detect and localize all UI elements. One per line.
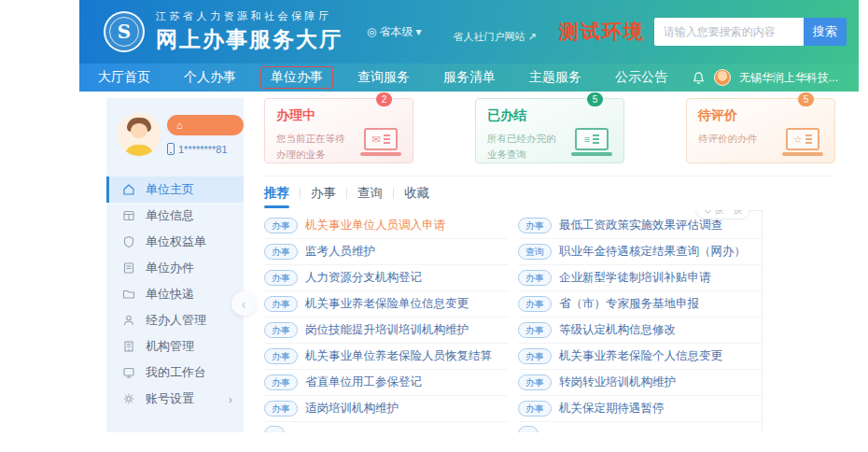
- service-item[interactable]: 办事机关事业养老保险单位信息变更: [264, 291, 509, 318]
- sidebar-item-org-management[interactable]: 机构管理: [106, 333, 244, 360]
- org-name: 江苏省人力资源和社会保障厅: [156, 9, 343, 23]
- notification-bell-icon[interactable]: [692, 71, 706, 85]
- service-list: 办事机关事业单位人员调入申请 办事监考人员维护 办事人力资源分支机构登记 办事机…: [264, 210, 762, 432]
- service-item-clipped: [264, 422, 509, 432]
- sidebar-item-unit-rights[interactable]: 单位权益单: [106, 229, 244, 255]
- card-completed[interactable]: 5 已办结 所有已经办完的业务查询 ≡: [475, 98, 624, 163]
- service-tag: 办事: [264, 322, 298, 338]
- sidebar-item-account-settings[interactable]: 账号设置 ›: [106, 386, 244, 412]
- list-laptop-icon: ≡: [571, 128, 612, 156]
- card-to-review[interactable]: 5 待评价 待评价的办件 ☆: [686, 98, 835, 163]
- home-icon: [122, 183, 135, 196]
- count-badge: 5: [587, 92, 603, 106]
- sidebar: ⌂ 1********81 单位主页 单位信息: [106, 98, 244, 432]
- service-tag: 办事: [518, 348, 552, 364]
- service-item[interactable]: 查询职业年金待遇核定结果查询（网办）: [518, 239, 763, 265]
- mail-laptop-icon: ✉: [360, 128, 401, 156]
- service-item[interactable]: 办事转岗转业培训机构维护: [518, 370, 763, 396]
- service-item[interactable]: 办事监考人员维护: [264, 239, 509, 265]
- search-input[interactable]: [654, 18, 804, 46]
- nav-item-service-list[interactable]: 服务清单: [434, 67, 505, 88]
- service-tag: 办事: [518, 401, 552, 417]
- service-item[interactable]: 办事省直单位用工参保登记: [264, 370, 509, 396]
- service-item[interactable]: 办事机关保定期待遇暂停: [518, 396, 763, 422]
- sidebar-item-unit-home[interactable]: 单位主页: [106, 177, 244, 203]
- status-cards: 2 办理中 您当前正在等待办理的业务 ✉ 5 已办结 所有已经办完的业务查询 ≡: [264, 98, 835, 163]
- folder-icon: [122, 288, 135, 301]
- tab-recommended[interactable]: 推荐: [264, 185, 289, 202]
- region-selector[interactable]: ◎ 省本级 ▾: [367, 24, 422, 40]
- count-badge: 2: [376, 92, 392, 106]
- nav-item-personal[interactable]: 个人办事: [175, 67, 245, 88]
- service-tag: 办事: [518, 270, 552, 286]
- service-item[interactable]: 办事省（市）专家服务基地申报: [518, 291, 763, 318]
- sidebar-collapse-button[interactable]: ‹: [231, 291, 256, 316]
- sidebar-item-unit-cases[interactable]: 单位办件: [106, 255, 244, 281]
- nav-item-home[interactable]: 大厅首页: [89, 67, 160, 88]
- service-item[interactable]: 办事人力资源分支机构登记: [264, 265, 509, 291]
- service-tag: 办事: [264, 374, 298, 390]
- sidebar-menu: 单位主页 单位信息 单位权益单 单位办件 单位快递: [106, 177, 244, 412]
- service-tag: 办事: [264, 218, 298, 233]
- tab-transact[interactable]: 办事: [311, 185, 336, 202]
- content: 2 办理中 您当前正在等待办理的业务 ✉ 5 已办结 所有已经办完的业务查询 ≡: [264, 98, 835, 432]
- shield-icon: [122, 235, 135, 248]
- person-icon: [122, 314, 135, 327]
- user-name[interactable]: 无锡华润上华科技...: [739, 70, 838, 86]
- org-badge-icon: ⌂: [176, 120, 183, 131]
- main-nav: 大厅首页 个人办事 单位办事 查询服务 服务清单 主题服务 公示公告 无锡华润上…: [79, 64, 859, 92]
- org-badge: ⌂: [167, 115, 244, 135]
- service-item-clipped: [518, 422, 763, 432]
- grid-icon: [122, 209, 135, 222]
- profile-avatar: [118, 113, 161, 156]
- portal-site-link[interactable]: 省人社门户网站 ↗: [454, 30, 537, 44]
- site-logo-icon: S: [104, 11, 145, 52]
- service-tag: 查询: [518, 244, 552, 260]
- nav-item-query[interactable]: 查询服务: [348, 67, 419, 88]
- nav-item-announcements[interactable]: 公示公告: [606, 67, 677, 88]
- star-laptop-icon: ☆: [782, 128, 823, 156]
- service-tag: 办事: [518, 296, 552, 312]
- service-item[interactable]: 办事机关事业养老保险个人信息变更: [518, 344, 763, 370]
- card-in-progress[interactable]: 2 办理中 您当前正在等待办理的业务 ✉: [264, 98, 413, 163]
- tab-query[interactable]: 查询: [357, 185, 383, 202]
- phone-icon: [167, 143, 175, 155]
- refresh-icon: ↻: [704, 210, 711, 216]
- service-item[interactable]: 办事等级认定机构信息修改: [518, 318, 763, 344]
- service-panel: ↻ 换一换 办事机关事业单位人员调入申请 办事监考人员维护 办事人力资源分支机构…: [264, 210, 763, 432]
- service-item[interactable]: 办事岗位技能提升培训培训机构维护: [264, 318, 509, 344]
- service-item[interactable]: 办事企业新型学徒制培训补贴申请: [518, 265, 763, 291]
- location-icon: ◎: [367, 25, 376, 38]
- count-badge: 5: [798, 92, 814, 106]
- building-icon: [122, 340, 135, 353]
- sidebar-item-agent-management[interactable]: 经办人管理: [106, 307, 244, 333]
- service-item[interactable]: 办事机关事业单位养老保险人员恢复结算: [264, 344, 509, 370]
- service-tag: 办事: [264, 270, 298, 286]
- user-avatar[interactable]: [714, 69, 731, 86]
- service-tag: 办事: [264, 348, 298, 364]
- service-item[interactable]: 办事机关事业单位人员调入申请: [264, 213, 509, 239]
- nav-item-theme[interactable]: 主题服务: [520, 67, 591, 88]
- search-button[interactable]: 搜索: [804, 18, 847, 46]
- sidebar-item-unit-info[interactable]: 单位信息: [106, 203, 244, 229]
- nav-item-unit[interactable]: 单位办事: [260, 66, 333, 89]
- tab-favorites[interactable]: 收藏: [404, 185, 429, 202]
- service-item[interactable]: 办事适岗培训机构维护: [264, 396, 509, 422]
- shuffle-button[interactable]: ↻ 换一换: [695, 210, 750, 219]
- page: S 江苏省人力资源和社会保障厅 网上办事服务大厅 ◎ 省本级 ▾ 省人社门户网站…: [79, 0, 859, 432]
- gear-icon: [122, 392, 135, 405]
- sidebar-item-my-workbench[interactable]: 我的工作台: [106, 360, 244, 386]
- search-bar: 搜索: [654, 18, 847, 46]
- chevron-down-icon: ▾: [415, 25, 421, 38]
- document-icon: [122, 261, 135, 275]
- external-link-icon: ↗: [528, 31, 537, 43]
- service-tabs: 推荐 办事 查询 收藏: [264, 183, 835, 204]
- region-label: 省本级: [379, 24, 413, 40]
- chevron-right-icon: ›: [229, 392, 232, 406]
- sidebar-item-unit-express[interactable]: 单位快递: [106, 281, 244, 307]
- environment-badge: 测试环境: [559, 19, 645, 45]
- header-banner: S 江苏省人力资源和社会保障厅 网上办事服务大厅 ◎ 省本级 ▾ 省人社门户网站…: [79, 0, 859, 64]
- service-tag: 办事: [264, 401, 298, 417]
- chevron-left-icon: ‹: [242, 296, 246, 312]
- service-tag: 办事: [518, 374, 552, 390]
